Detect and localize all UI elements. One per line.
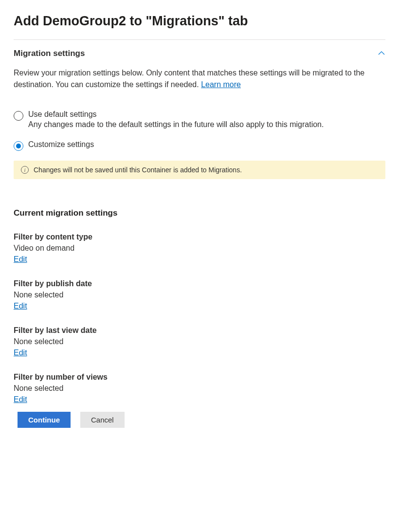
radio-circle-customize[interactable] xyxy=(14,141,23,151)
button-row: Continue Cancel xyxy=(14,412,385,428)
edit-link-last-view-date[interactable]: Edit xyxy=(14,349,27,357)
filter-group-publish-date: Filter by publish date None selected Edi… xyxy=(14,279,385,311)
filter-value: None selected xyxy=(14,291,385,299)
section-title: Migration settings xyxy=(14,49,85,58)
filter-group-last-view-date: Filter by last view date None selected E… xyxy=(14,326,385,357)
chevron-up-icon[interactable] xyxy=(378,49,385,58)
radio-option-customize[interactable]: Customize settings xyxy=(14,140,385,151)
radio-content-customize: Customize settings xyxy=(28,140,385,149)
section-header: Migration settings xyxy=(14,49,385,58)
filter-group-content-type: Filter by content type Video on demand E… xyxy=(14,233,385,264)
learn-more-link[interactable]: Learn more xyxy=(201,80,241,89)
filter-title: Filter by publish date xyxy=(14,279,385,288)
edit-link-content-type[interactable]: Edit xyxy=(14,255,27,263)
radio-label-customize: Customize settings xyxy=(28,140,385,149)
filter-title: Filter by content type xyxy=(14,233,385,241)
current-settings-title: Current migration settings xyxy=(14,208,385,218)
radio-group: Use default settings Any changes made to… xyxy=(14,110,385,151)
info-banner: i Changes will not be saved until this C… xyxy=(14,161,385,179)
radio-option-default[interactable]: Use default settings Any changes made to… xyxy=(14,110,385,130)
divider xyxy=(14,39,385,40)
filter-title: Filter by last view date xyxy=(14,326,385,335)
info-icon: i xyxy=(21,166,29,174)
edit-link-publish-date[interactable]: Edit xyxy=(14,302,27,310)
filter-title: Filter by number of views xyxy=(14,373,385,382)
filter-group-number-of-views: Filter by number of views None selected … xyxy=(14,373,385,404)
filter-value: None selected xyxy=(14,337,385,346)
filter-value: None selected xyxy=(14,384,385,393)
radio-content-default: Use default settings Any changes made to… xyxy=(28,110,385,130)
cancel-button[interactable]: Cancel xyxy=(80,412,125,428)
continue-button[interactable]: Continue xyxy=(18,412,71,428)
edit-link-number-of-views[interactable]: Edit xyxy=(14,395,27,404)
description-text: Review your migration settings below. On… xyxy=(14,69,364,89)
info-banner-text: Changes will not be saved until this Con… xyxy=(34,166,242,174)
page-title: Add DemoGroup2 to "Migrations" tab xyxy=(14,14,385,29)
section-description: Review your migration settings below. On… xyxy=(14,67,385,91)
radio-sublabel-default: Any changes made to the default settings… xyxy=(28,120,324,128)
radio-circle-default[interactable] xyxy=(14,111,23,121)
filter-value: Video on demand xyxy=(14,244,385,253)
radio-label-default: Use default settings xyxy=(28,110,385,119)
